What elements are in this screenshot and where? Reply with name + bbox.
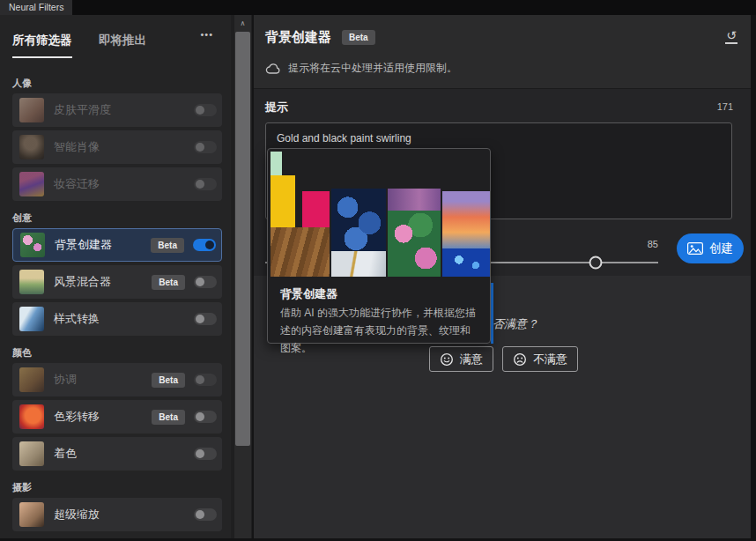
- filter-item-skin-smoothing[interactable]: 皮肤平滑度: [12, 93, 222, 127]
- toggle-background-creator[interactable]: [193, 239, 216, 251]
- filter-tooltip: 背景创建器 借助 AI 的强大功能进行协作，并根据您描述的内容创建富有表现力的背…: [267, 148, 491, 344]
- filter-sidebar: 所有筛选器 即将推出 ••• 人像皮肤平滑度智能肖像妆容迁移创意背景创建器Bet…: [0, 15, 231, 541]
- sunset-thumb: [442, 191, 490, 248]
- toggle-knob: [196, 143, 204, 152]
- filter-list: 人像皮肤平滑度智能肖像妆容迁移创意背景创建器Beta风景混合器Beta样式转换颜…: [12, 64, 222, 535]
- toggle-style-transfer[interactable]: [194, 313, 217, 325]
- toggle-knob: [205, 241, 214, 249]
- face-closeup-thumbnail: [19, 502, 44, 527]
- beta-badge: Beta: [152, 410, 185, 425]
- toggle-knob: [196, 106, 204, 115]
- create-button-label: 创建: [709, 241, 733, 256]
- slider-handle[interactable]: [589, 256, 602, 270]
- filter-title: 背景创建器: [265, 29, 331, 46]
- wave-art-thumbnail: [19, 307, 44, 331]
- landscape-painting-thumbnail: [19, 270, 44, 294]
- beta-badge: Beta: [152, 373, 185, 388]
- filter-item-harmonization[interactable]: 协调Beta: [12, 363, 222, 396]
- red-flower-thumbnail: [19, 404, 44, 429]
- ellipsis-menu-icon[interactable]: •••: [200, 29, 213, 40]
- filter-section: 人像皮肤平滑度智能肖像妆容迁移: [12, 77, 222, 201]
- filter-label: 风景混合器: [54, 274, 111, 290]
- filter-item-smart-portrait[interactable]: 智能肖像: [12, 130, 222, 164]
- toggle-knob: [196, 315, 204, 323]
- filter-label: 协调: [54, 372, 77, 388]
- feedback-question: 否满意？: [493, 316, 538, 332]
- tropical-flowers-thumb: [388, 211, 441, 277]
- yellow-swatch: [271, 175, 295, 227]
- toggle-knob: [196, 449, 204, 458]
- filter-item-colorize[interactable]: 着色: [12, 437, 222, 471]
- section-label: 颜色: [12, 346, 222, 359]
- mint-swatch: [271, 152, 282, 175]
- marble-thumb: [331, 251, 386, 277]
- filter-label: 着色: [54, 446, 77, 462]
- scroll-up-arrow-icon[interactable]: ∧: [234, 18, 251, 30]
- tooltip-description: 借助 AI 的强大功能进行协作，并根据您描述的内容创建富有表现力的背景、纹理和图…: [280, 304, 479, 357]
- filter-item-super-zoom[interactable]: 超级缩放: [12, 498, 222, 531]
- beta-badge: Beta: [342, 30, 375, 45]
- filter-label: 妆容迁移: [54, 176, 100, 192]
- water-drops-thumb: [442, 248, 490, 277]
- toggle-skin-smoothing[interactable]: [194, 104, 217, 116]
- makeup-face-thumbnail: [19, 172, 44, 196]
- hidden-selection-edge: [491, 283, 493, 344]
- floral-pattern-thumbnail: [20, 233, 45, 257]
- document-tab-bar: Neural Filters: [0, 0, 756, 15]
- toggle-knob: [196, 180, 204, 189]
- filter-label: 背景创建器: [55, 237, 112, 253]
- frown-icon: [513, 352, 527, 367]
- toggle-knob: [196, 278, 204, 286]
- beta-badge: Beta: [151, 238, 184, 253]
- toggle-makeup-transfer[interactable]: [194, 178, 217, 190]
- toggle-knob: [196, 510, 204, 519]
- toggle-super-zoom[interactable]: [194, 508, 217, 521]
- section-label: 人像: [12, 77, 222, 89]
- filter-section: 创意背景创建器Beta风景混合器Beta样式转换: [12, 211, 222, 336]
- create-button[interactable]: 创建: [677, 233, 744, 263]
- pink-swatch: [302, 191, 330, 227]
- filter-label: 智能肖像: [54, 139, 100, 155]
- toggle-harmonization[interactable]: [194, 374, 217, 386]
- toggle-landscape-mixer[interactable]: [194, 276, 217, 288]
- filter-label: 色彩转移: [54, 409, 100, 425]
- filter-item-style-transfer[interactable]: 样式转换: [12, 302, 222, 336]
- prompt-label: 提示: [265, 100, 288, 115]
- tab-coming-soon[interactable]: 即将推出: [99, 33, 146, 48]
- toggle-smart-portrait[interactable]: [194, 141, 217, 153]
- filter-item-background-creator[interactable]: 背景创建器Beta: [12, 228, 222, 262]
- tab-all-filters[interactable]: 所有筛选器: [12, 33, 72, 58]
- toggle-colorize[interactable]: [194, 448, 217, 460]
- wood-texture-thumb: [271, 227, 330, 277]
- slider-value: 85: [632, 239, 658, 249]
- window-frame-right: [751, 15, 756, 541]
- purple-gradient-thumb: [388, 189, 441, 211]
- dark-portrait-thumbnail: [19, 135, 44, 159]
- section-label: 创意: [12, 211, 222, 224]
- toggle-color-transfer[interactable]: [194, 411, 217, 423]
- filter-section: 摄影超级缩放: [12, 481, 222, 531]
- filter-item-color-transfer[interactable]: 色彩转移Beta: [12, 400, 222, 434]
- filter-label: 皮肤平滑度: [54, 102, 111, 118]
- not-satisfied-button[interactable]: 不满意: [502, 346, 578, 372]
- filter-header: 背景创建器 Beta 提示将在云中处理并适用使用限制。 ↺: [254, 15, 751, 89]
- not-satisfied-label: 不满意: [533, 352, 567, 367]
- neural-filters-dialog: 所有筛选器 即将推出 ••• 人像皮肤平滑度智能肖像妆容迁移创意背景创建器Bet…: [0, 15, 756, 541]
- toggle-knob: [196, 375, 204, 384]
- reset-icon[interactable]: ↺: [725, 29, 737, 44]
- filter-item-makeup-transfer[interactable]: 妆容迁移: [12, 167, 222, 201]
- scrollbar-thumb[interactable]: [235, 32, 250, 446]
- toggle-knob: [196, 412, 204, 421]
- section-label: 摄影: [12, 481, 222, 493]
- character-counter: 171: [717, 101, 733, 112]
- sepia-photo-thumbnail: [19, 441, 44, 466]
- beta-badge: Beta: [152, 275, 185, 290]
- filter-item-landscape-mixer[interactable]: 风景混合器Beta: [12, 265, 222, 299]
- image-icon: [687, 242, 703, 255]
- skin-portrait-thumbnail: [19, 98, 44, 122]
- tab-neural-filters[interactable]: Neural Filters: [0, 0, 72, 15]
- warm-portrait-thumbnail: [19, 367, 44, 392]
- cloud-processing-note: 提示将在云中处理并适用使用限制。: [288, 61, 457, 76]
- filter-section: 颜色协调Beta色彩转移Beta着色: [12, 346, 222, 471]
- filter-label: 超级缩放: [54, 507, 100, 522]
